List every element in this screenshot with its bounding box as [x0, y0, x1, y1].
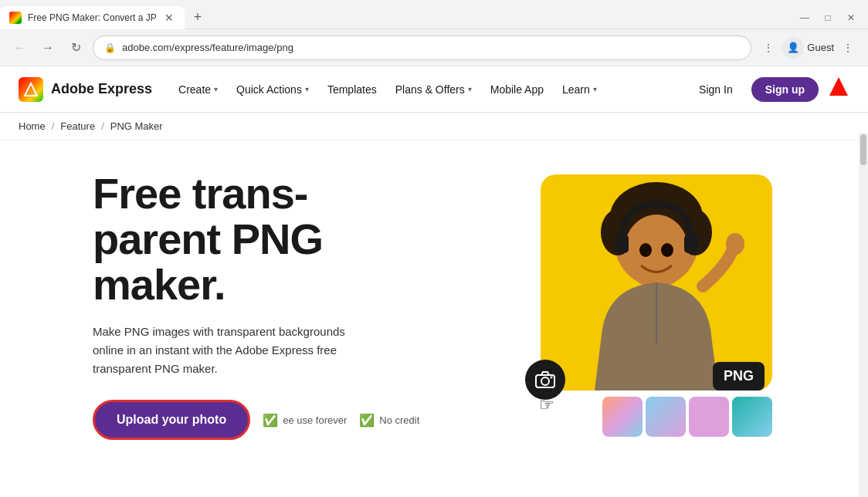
thumbnail-2[interactable] [646, 397, 686, 437]
hero-section: Free trans-parent PNG maker. Make PNG im… [0, 140, 868, 463]
nav-mobile-app-label: Mobile App [490, 83, 544, 96]
svg-point-14 [551, 377, 553, 379]
nav-items: Create ▾ Quick Actions ▾ Templates Plans… [171, 77, 690, 102]
nav-create-chevron: ▾ [214, 85, 218, 93]
browser-actions: ⋮ 👤 Guest ⋮ [758, 37, 859, 59]
no-credit-text: No credit [379, 414, 419, 426]
adobe-logo [828, 76, 849, 103]
close-button[interactable]: ✕ [840, 7, 862, 29]
hero-text-area: Free trans-parent PNG maker. Make PNG im… [93, 171, 432, 440]
minimize-button[interactable]: — [794, 7, 815, 29]
camera-icon [535, 371, 555, 388]
tab-close-button[interactable]: ✕ [163, 12, 175, 24]
free-badge: ✅ ee use forever [263, 413, 347, 428]
sign-in-button[interactable]: Sign In [690, 77, 742, 102]
hero-yellow-card [541, 174, 772, 390]
svg-point-8 [661, 243, 673, 257]
check-icon: ✅ [263, 413, 278, 428]
breadcrumb-feature[interactable]: Feature [60, 120, 95, 132]
nav-plans-offers[interactable]: Plans & Offers ▾ [388, 77, 480, 102]
adobe-logo-svg [828, 76, 849, 97]
logo-area[interactable]: Adobe Express [19, 77, 152, 102]
app-content: Adobe Express Create ▾ Quick Actions ▾ T… [0, 66, 868, 463]
breadcrumb: Home / Feature / PNG Maker [0, 113, 868, 140]
nav-quick-actions-label: Quick Actions [236, 83, 302, 96]
nav-learn[interactable]: Learn ▾ [554, 77, 605, 102]
profile-button[interactable]: 👤 [782, 37, 804, 59]
no-credit-badge: ✅ No credit [359, 413, 419, 428]
svg-point-13 [541, 377, 549, 385]
profile-icon: 👤 [787, 42, 799, 53]
thumbnail-4[interactable] [732, 397, 772, 437]
thumbnail-3[interactable] [689, 397, 729, 437]
nav-mobile-app[interactable]: Mobile App [483, 77, 551, 102]
png-badge: PNG [713, 362, 765, 390]
thumbnail-strip [602, 397, 772, 437]
browser-chrome: Free PNG Maker: Convert a JP ✕ + — □ ✕ ←… [0, 0, 868, 66]
svg-point-11 [726, 233, 744, 255]
back-button[interactable]: ← [9, 37, 31, 59]
maximize-button[interactable]: □ [817, 7, 839, 29]
no-credit-check-icon: ✅ [359, 413, 375, 428]
hero-subtitle: Make PNG images with transparent backgro… [93, 323, 371, 378]
camera-button[interactable] [525, 360, 565, 400]
active-tab[interactable]: Free PNG Maker: Convert a JP ✕ [0, 6, 185, 29]
tab-bar: Free PNG Maker: Convert a JP ✕ + — □ ✕ [0, 0, 868, 29]
hero-title: Free trans-parent PNG maker. [93, 171, 432, 307]
nav-learn-label: Learn [562, 83, 590, 96]
free-text: ee use forever [283, 414, 347, 426]
svg-marker-1 [829, 77, 848, 96]
url-input[interactable]: 🔒 adobe.com/express/feature/image/png [93, 36, 751, 60]
thumbnail-1[interactable] [602, 397, 643, 437]
nav-templates-label: Templates [327, 83, 377, 96]
window-controls: — □ ✕ [794, 7, 868, 29]
nav-create-label: Create [178, 83, 211, 96]
adobe-express-logo-icon [19, 77, 43, 102]
svg-rect-9 [615, 235, 629, 253]
breadcrumb-sep-1: / [52, 120, 55, 132]
new-tab-button[interactable]: + [185, 9, 212, 25]
svg-point-6 [624, 215, 689, 289]
hero-actions: Upload your photo ✅ ee use forever ✅ No … [93, 400, 432, 440]
lock-icon: 🔒 [104, 42, 116, 53]
refresh-button[interactable]: ↻ [65, 37, 86, 59]
logo-text: Adobe Express [51, 81, 152, 97]
nav-quick-actions[interactable]: Quick Actions ▾ [229, 77, 317, 102]
guest-label: Guest [807, 42, 834, 53]
nav-right: Sign In Sign up [690, 76, 849, 103]
tab-favicon [9, 12, 22, 24]
more-options-button[interactable]: ⋮ [837, 37, 859, 59]
svg-point-7 [639, 243, 652, 257]
cursor-hand-icon: ☞ [539, 395, 554, 415]
hero-image-area: PNG ☞ [479, 174, 772, 437]
person-illustration [541, 174, 772, 390]
breadcrumb-sep-2: / [101, 120, 104, 132]
address-bar: ← → ↻ 🔒 adobe.com/express/feature/image/… [0, 29, 868, 66]
tab-title: Free PNG Maker: Convert a JP [28, 12, 157, 23]
svg-marker-0 [25, 83, 37, 96]
nav-templates[interactable]: Templates [320, 77, 385, 102]
upload-photo-button[interactable]: Upload your photo [93, 400, 250, 440]
extensions-button[interactable]: ⋮ [758, 37, 779, 59]
nav-plans-offers-label: Plans & Offers [395, 83, 465, 96]
url-text: adobe.com/express/feature/image/png [122, 42, 740, 53]
breadcrumb-current: PNG Maker [110, 120, 163, 132]
forward-button[interactable]: → [37, 37, 59, 59]
breadcrumb-home[interactable]: Home [19, 120, 46, 132]
nav-create[interactable]: Create ▾ [171, 77, 225, 102]
nav-plans-chevron: ▾ [468, 85, 472, 93]
svg-rect-10 [684, 235, 698, 253]
nav-quick-actions-chevron: ▾ [305, 85, 309, 93]
nav-learn-chevron: ▾ [593, 85, 597, 93]
logo-svg [23, 82, 39, 97]
navbar: Adobe Express Create ▾ Quick Actions ▾ T… [0, 66, 868, 113]
sign-up-button[interactable]: Sign up [751, 77, 819, 102]
